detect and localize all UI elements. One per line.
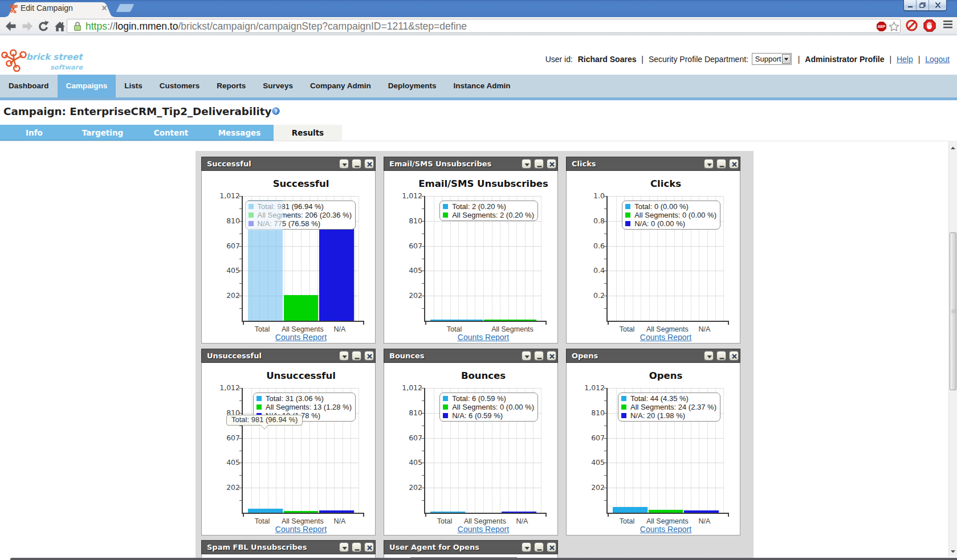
- panel-menu-button[interactable]: [522, 542, 531, 552]
- user-name: Richard Soares: [578, 55, 637, 64]
- panel-close-button[interactable]: [364, 159, 374, 169]
- scrollbar-thumb[interactable]: [950, 232, 956, 390]
- panel-titlebar[interactable]: Bounces: [384, 349, 558, 363]
- menu-icon[interactable]: [943, 21, 952, 28]
- stop-hand-extension-icon[interactable]: [923, 19, 936, 32]
- panel-menu-button[interactable]: [522, 351, 531, 361]
- panel-minimize-button[interactable]: [352, 542, 361, 552]
- panel-titlebar[interactable]: Unsuccessful: [201, 349, 376, 363]
- nav-item-company-admin[interactable]: Company Admin: [302, 75, 380, 100]
- panel-titlebar[interactable]: Spam FBL Unsubscribes: [201, 540, 376, 554]
- panel-close-button[interactable]: [364, 542, 374, 552]
- nav-item-instance-admin[interactable]: Instance Admin: [445, 75, 519, 100]
- logo-subtext: software: [0, 63, 83, 71]
- new-tab-button[interactable]: [116, 4, 135, 12]
- bar-total[interactable]: [248, 509, 283, 513]
- bar-n-a[interactable]: [684, 510, 719, 513]
- panel-minimize-button[interactable]: [716, 351, 726, 361]
- legend-text: All Segments: 24 (2.37 %): [630, 403, 716, 411]
- panel-titlebar[interactable]: User Agent for Opens: [384, 540, 558, 554]
- forward-button[interactable]: [20, 19, 35, 34]
- tab-targeting[interactable]: Targeting: [68, 125, 137, 141]
- nav-item-customers[interactable]: Customers: [151, 75, 209, 100]
- nav-item-campaigns[interactable]: Campaigns: [58, 75, 116, 100]
- panel-minimize-button[interactable]: [352, 351, 361, 361]
- select-dropdown-button[interactable]: [782, 54, 791, 64]
- nav-item-deployments[interactable]: Deployments: [380, 75, 445, 100]
- block-extension-icon[interactable]: [906, 19, 918, 31]
- y-axis-label: 810: [572, 408, 605, 417]
- content-scrollbar[interactable]: [948, 141, 957, 557]
- bar-n-a[interactable]: [319, 225, 354, 321]
- help-icon[interactable]: ?: [272, 107, 280, 115]
- logout-link[interactable]: Logout: [925, 55, 950, 64]
- home-button[interactable]: [52, 19, 67, 34]
- bar-all-segments[interactable]: [284, 295, 319, 321]
- panel-menu-button[interactable]: [704, 351, 714, 361]
- counts-report-link[interactable]: Counts Report: [601, 525, 731, 534]
- bar-all-segments[interactable]: [284, 511, 319, 513]
- reload-button[interactable]: [36, 19, 51, 34]
- tab-close-icon[interactable]: [100, 4, 108, 12]
- abp-extension-icon[interactable]: ABP: [877, 22, 886, 31]
- nav-item-dashboard[interactable]: Dashboard: [0, 75, 58, 100]
- counts-report-link[interactable]: Counts Report: [601, 333, 731, 342]
- panel-minimize-button[interactable]: [352, 159, 361, 169]
- bar-n-a[interactable]: [319, 510, 354, 513]
- address-bar[interactable]: https://login.mmen.to/brickst/campaign/c…: [67, 19, 901, 33]
- counts-report-link[interactable]: Counts Report: [236, 525, 366, 534]
- panel-titlebar[interactable]: Opens: [566, 349, 740, 363]
- panel-close-button[interactable]: [729, 351, 739, 361]
- department-select[interactable]: Support: [752, 53, 792, 65]
- panel-close-button[interactable]: [729, 159, 739, 169]
- nav-item-reports[interactable]: Reports: [208, 75, 254, 100]
- panel-menu-button[interactable]: [522, 159, 531, 169]
- bar-total[interactable]: [430, 320, 483, 321]
- panel-close-button[interactable]: [547, 159, 556, 169]
- panel-minimize-button[interactable]: [534, 542, 544, 552]
- dept-label: Security Profile Department:: [649, 55, 748, 64]
- panel-minimize-button[interactable]: [716, 159, 726, 169]
- bar-all-segments[interactable]: [484, 320, 536, 321]
- window-minimize-button[interactable]: [904, 0, 917, 10]
- tab-results[interactable]: Results: [274, 125, 342, 141]
- y-axis-label: 202: [207, 483, 240, 492]
- tab-content[interactable]: Content: [137, 125, 205, 141]
- panel-close-button[interactable]: [547, 351, 556, 361]
- panel-close-button[interactable]: [364, 351, 374, 361]
- back-button[interactable]: [3, 19, 18, 34]
- panel-menu-button[interactable]: [704, 159, 714, 169]
- window-restore-button[interactable]: [917, 0, 929, 10]
- lock-icon[interactable]: [74, 21, 82, 32]
- legend-text: Total: 0 (0.00 %): [634, 202, 689, 211]
- counts-report-link[interactable]: Counts Report: [418, 525, 548, 534]
- tab-messages[interactable]: Messages: [205, 125, 274, 141]
- bar-n-a[interactable]: [502, 512, 536, 513]
- chart-title: Opens: [601, 370, 731, 381]
- help-link[interactable]: Help: [897, 55, 913, 64]
- panel-titlebar[interactable]: Email/SMS Unsubscribes: [384, 157, 558, 171]
- counts-report-link[interactable]: Counts Report: [418, 333, 548, 342]
- panel-menu-button[interactable]: [339, 159, 349, 169]
- bar-total[interactable]: [613, 507, 647, 513]
- nav-item-surveys[interactable]: Surveys: [254, 75, 302, 100]
- scrollbar-down-arrow[interactable]: [950, 549, 956, 554]
- scrollbar-up-arrow[interactable]: [950, 145, 956, 151]
- panel-titlebar[interactable]: Clicks: [566, 157, 740, 171]
- bookmark-star-icon[interactable]: [889, 21, 899, 32]
- panel-title: Clicks: [572, 160, 596, 168]
- panel-close-button[interactable]: [547, 542, 556, 552]
- panel-minimize-button[interactable]: [534, 351, 544, 361]
- legend-swatch-total: [256, 396, 262, 401]
- url-text[interactable]: https://login.mmen.to/brickst/campaign/c…: [85, 21, 467, 32]
- bar-all-segments[interactable]: [649, 510, 683, 513]
- panel-titlebar[interactable]: Successful: [201, 157, 376, 171]
- panel-menu-button[interactable]: [339, 351, 349, 361]
- window-close-button[interactable]: [929, 0, 946, 10]
- panel-minimize-button[interactable]: [534, 159, 544, 169]
- counts-report-link[interactable]: Counts Report: [236, 333, 366, 342]
- bar-total[interactable]: [430, 512, 465, 513]
- tab-info[interactable]: Info: [0, 125, 68, 141]
- panel-menu-button[interactable]: [339, 542, 349, 552]
- nav-item-lists[interactable]: Lists: [116, 75, 151, 100]
